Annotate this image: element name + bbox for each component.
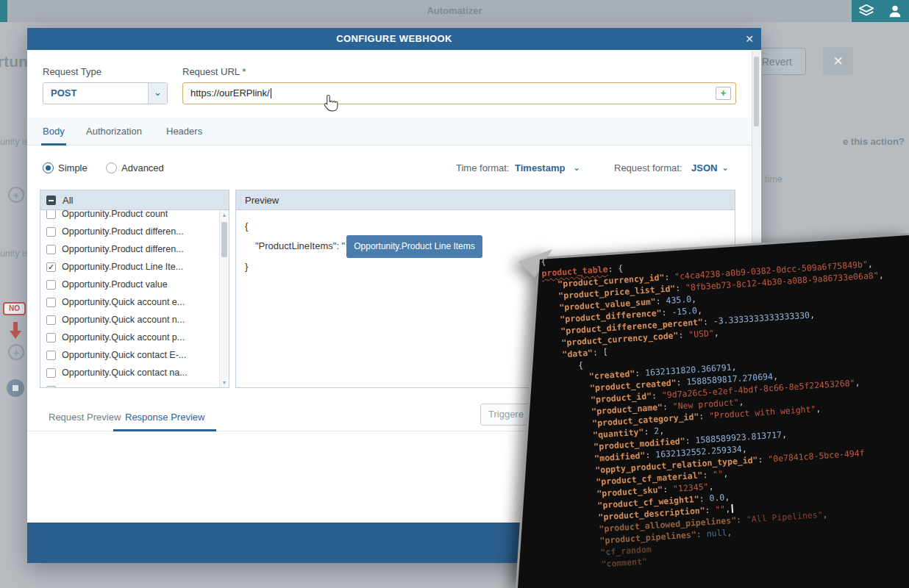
list-item-label: Opportunity.Product value	[62, 279, 168, 290]
list-item[interactable]: Opportunity.Product differen...	[40, 223, 229, 240]
modal-title: CONFIGURE WEBHOOK	[27, 28, 761, 50]
list-item-label: Opportunity.Quick contact na...	[62, 368, 188, 378]
checkbox[interactable]	[46, 333, 56, 343]
checkbox[interactable]	[46, 280, 56, 290]
preview-header-label: Preview	[245, 190, 279, 210]
tab-headers[interactable]: Headers	[166, 118, 202, 146]
modal-header: CONFIGURE WEBHOOK ✕	[27, 28, 761, 50]
list-item[interactable]	[40, 381, 229, 387]
list-item[interactable]: Opportunity.Quick account e...	[40, 293, 229, 311]
checkbox[interactable]	[46, 298, 56, 307]
checkbox[interactable]	[46, 227, 56, 237]
tab-body[interactable]: Body	[41, 118, 66, 146]
mode-row: Simple Advanced Time format: Timestamp ⌄…	[27, 160, 761, 179]
screen: Automatizer rtun unity is + unity is NO …	[0, 0, 909, 588]
list-item-label: Opportunity.Quick account n...	[62, 315, 185, 325]
simple-radio[interactable]	[43, 162, 54, 173]
list-scrollbar[interactable]: ▲ ▼	[219, 210, 229, 387]
revert-label: Revert	[762, 56, 792, 68]
request-url-input[interactable]: https://ourERPlink/ +	[182, 82, 736, 104]
checkbox[interactable]	[46, 315, 56, 325]
field-list-viewport: Opportunity.Product countOpportunity.Pro…	[40, 210, 229, 387]
no-branch-badge: NO	[3, 302, 26, 315]
background-close-button[interactable]: ✕	[823, 47, 853, 75]
add-step-icon[interactable]: +	[8, 344, 24, 360]
list-item-label: Opportunity.Product Line Ite...	[62, 262, 183, 272]
scroll-down-icon[interactable]: ▼	[220, 380, 229, 385]
list-item[interactable]: Opportunity.Product differen...	[40, 240, 229, 258]
code-screenshot-overlay: {product_table: { "product_currency_id":…	[510, 229, 909, 588]
tab-response-preview[interactable]: Response Preview	[113, 404, 216, 431]
stop-icon	[7, 379, 24, 397]
list-item-label: Opportunity.Quick contact E-...	[62, 350, 186, 360]
checkbox[interactable]	[46, 386, 56, 388]
app-title: Automatizer	[0, 0, 909, 22]
field-token-pill[interactable]: Opportunity.Product Line Items	[346, 235, 482, 258]
chevron-down-icon[interactable]: ⌄	[573, 162, 580, 173]
close-icon[interactable]: ✕	[745, 28, 754, 50]
checkbox[interactable]	[46, 245, 56, 254]
tab-authorization[interactable]: Authorization	[86, 118, 142, 146]
text-caret	[271, 88, 271, 98]
background-text: unity is	[0, 137, 29, 147]
time-format-label: Time format:	[456, 162, 509, 173]
checkbox[interactable]	[46, 210, 56, 219]
background-page-title: rtun	[0, 53, 28, 71]
scrollbar-thumb[interactable]	[754, 57, 759, 126]
checkbox[interactable]	[46, 368, 56, 378]
code-page: {product_table: { "product_currency_id":…	[510, 229, 909, 588]
topbar: Automatizer	[0, 0, 909, 22]
webhook-tabs: Body Authorization Headers	[27, 118, 761, 146]
list-item[interactable]: Opportunity.Quick account n...	[40, 311, 229, 329]
chevron-down-icon[interactable]: ⌄	[721, 162, 729, 173]
topbar-actions	[852, 0, 909, 22]
chevron-down-icon[interactable]: ⌄	[148, 83, 167, 104]
add-step-icon[interactable]: +	[8, 187, 24, 203]
list-item[interactable]: Opportunity.Quick account p...	[40, 329, 229, 346]
request-format-select[interactable]: JSON	[691, 162, 717, 173]
time-format-select[interactable]: Timestamp	[515, 162, 565, 173]
list-item-label: Opportunity.Product differen...	[62, 226, 184, 237]
list-item[interactable]: Opportunity.Product count	[40, 210, 229, 223]
request-url-value: https://ourERPlink/	[190, 87, 270, 98]
field-list-header: All	[40, 190, 229, 210]
list-item[interactable]: Opportunity.Quick contact E-...	[40, 346, 229, 364]
field-list-panel: All Opportunity.Product countOpportunity…	[40, 190, 229, 388]
list-item-label: Opportunity.Product count	[62, 210, 168, 219]
checkbox[interactable]	[46, 351, 56, 360]
request-type-select[interactable]: POST ⌄	[43, 82, 168, 104]
insert-field-icon[interactable]: +	[716, 87, 731, 100]
scroll-up-icon[interactable]: ▲	[220, 212, 229, 218]
stack-icon[interactable]	[858, 3, 874, 19]
select-all-label: All	[63, 190, 73, 210]
preview-json-key: "ProductLineItems": "	[255, 240, 345, 251]
background-text: unity is	[0, 248, 29, 259]
person-icon[interactable]	[887, 3, 903, 19]
request-type-label: Request Type	[43, 66, 101, 77]
preview-header: Preview	[236, 190, 735, 210]
background-question: e this action?	[843, 136, 905, 147]
scrollbar-thumb[interactable]	[221, 222, 227, 257]
list-item-label: Opportunity.Quick account p...	[62, 332, 185, 343]
list-item[interactable]: ✓Opportunity.Product Line Ite...	[40, 258, 229, 276]
simple-radio-label: Simple	[58, 162, 88, 173]
checkbox[interactable]: ✓	[46, 262, 56, 272]
request-url-label: Request URL *	[182, 66, 246, 77]
arrow-down-icon	[10, 322, 21, 339]
mouse-cursor	[322, 94, 338, 115]
json-code-block: {product_table: { "product_currency_id":…	[541, 229, 909, 573]
advanced-radio[interactable]	[106, 162, 117, 173]
list-item-label: Opportunity.Quick account e...	[62, 297, 185, 307]
background-text: time	[765, 174, 783, 184]
select-all-checkbox[interactable]	[46, 196, 56, 205]
request-format-label: Request format:	[614, 162, 682, 173]
list-item[interactable]: Opportunity.Quick contact na...	[40, 364, 229, 381]
advanced-radio-label: Advanced	[121, 162, 164, 173]
list-item[interactable]: Opportunity.Product value	[40, 276, 229, 293]
list-item-label: Opportunity.Product differen...	[62, 244, 184, 254]
request-type-value: POST	[51, 83, 76, 104]
